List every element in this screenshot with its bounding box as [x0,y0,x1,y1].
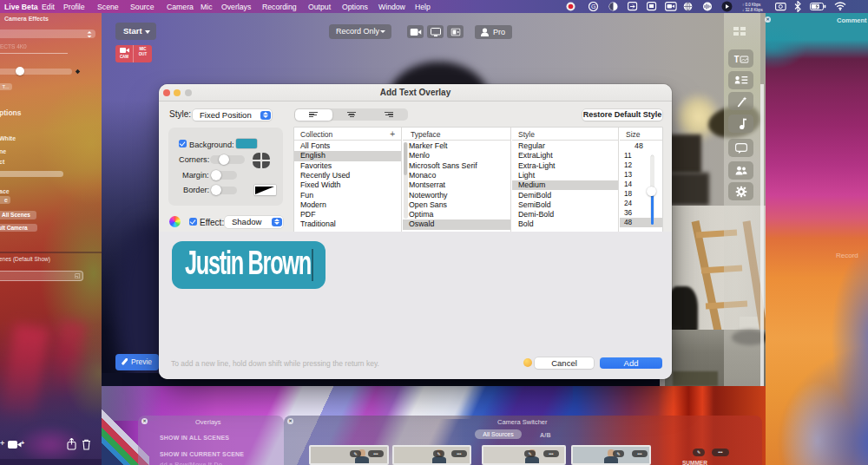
svg-text:G: G [591,3,595,10]
svg-text:T: T [733,54,739,63]
svg-text:+: + [21,440,24,446]
